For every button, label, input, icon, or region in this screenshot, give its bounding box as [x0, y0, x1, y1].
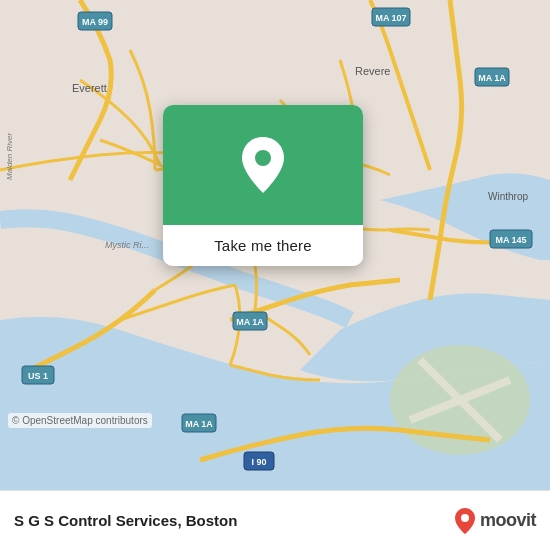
svg-text:MA 1A: MA 1A [478, 73, 506, 83]
svg-text:Mystic Ri...: Mystic Ri... [105, 240, 149, 250]
location-full-text: S G S Control Services, Boston [14, 512, 237, 529]
map-pin-icon [238, 135, 288, 195]
map-container: MA 99 MA 107 MA 1A MA 145 MA 1A MA 1A US… [0, 0, 550, 490]
take-me-there-button[interactable]: Take me there [163, 225, 363, 266]
svg-text:Winthrop: Winthrop [488, 191, 528, 202]
svg-point-25 [255, 150, 271, 166]
svg-text:Malden River: Malden River [5, 133, 14, 180]
moovit-logo: moovit [454, 507, 536, 535]
svg-text:Everett: Everett [72, 82, 107, 94]
popup-card: Take me there [163, 105, 363, 266]
location-name: S G S Control Services, Boston [14, 512, 446, 529]
svg-text:US 1: US 1 [28, 371, 48, 381]
svg-point-26 [461, 514, 469, 522]
svg-text:MA 1A: MA 1A [185, 419, 213, 429]
map-attribution: © OpenStreetMap contributors [8, 413, 152, 428]
moovit-brand-text: moovit [480, 510, 536, 531]
svg-text:MA 145: MA 145 [495, 235, 526, 245]
bottom-bar: S G S Control Services, Boston moovit [0, 490, 550, 550]
moovit-pin-icon [454, 507, 476, 535]
svg-text:I 90: I 90 [251, 457, 266, 467]
svg-text:MA 99: MA 99 [82, 17, 108, 27]
svg-text:MA 1A: MA 1A [236, 317, 264, 327]
popup-header [163, 105, 363, 225]
svg-text:MA 107: MA 107 [375, 13, 406, 23]
svg-text:Revere: Revere [355, 65, 390, 77]
